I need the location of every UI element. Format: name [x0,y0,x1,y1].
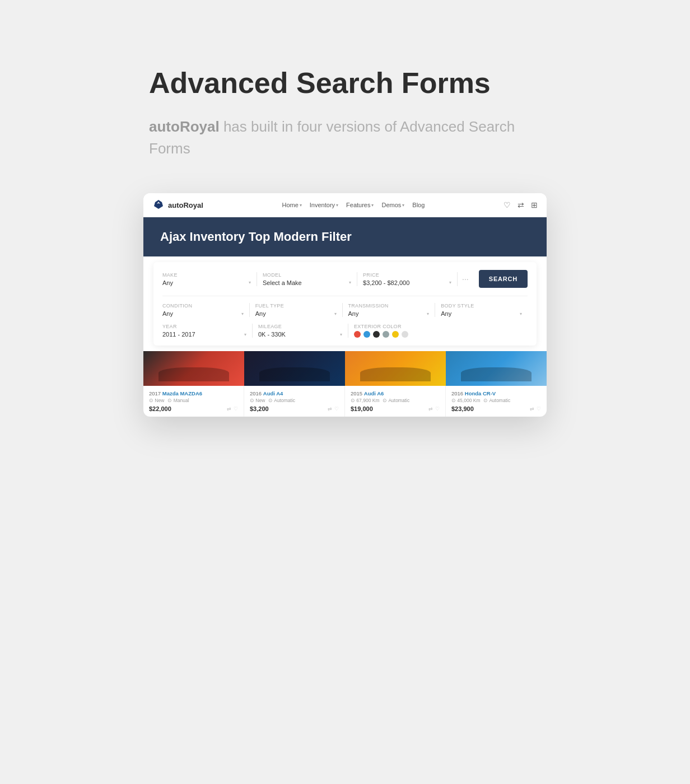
brand: autoRoyal [152,199,203,211]
mileage-value: 0K - 330K ▾ [258,331,342,338]
car-silhouette [461,367,532,381]
body-style-field[interactable]: Body Style Any ▾ [435,303,528,317]
car-price-4: $23,900 [451,405,474,412]
car-card-3: 2015 Audi A6 ⊙ 67,900 Km ⊙ Automatic $19… [345,351,446,417]
condition-selected: Any [162,310,173,317]
color-red[interactable] [354,331,361,338]
car-actions-4: ⇄ ♡ [530,406,541,412]
browser-chrome: autoRoyal Home ▾ Inventory ▾ Features ▾ … [143,193,547,217]
nav-inventory[interactable]: Inventory ▾ [310,202,338,208]
model-label: Model [263,272,351,278]
exterior-color-label: Exterior color [354,324,522,329]
car-image-4 [446,351,547,386]
color-silver[interactable] [402,331,408,338]
nav-home[interactable]: Home ▾ [282,202,301,208]
make-label: Make [162,272,251,278]
main-nav: Home ▾ Inventory ▾ Features ▾ Demos ▾ Bl… [282,202,425,208]
fuel-selected: Any [255,310,266,317]
condition-value: Any ▾ [162,310,244,317]
brand-name: autoRoyal [168,201,203,209]
nav-demos[interactable]: Demos ▾ [381,202,404,208]
car-card-1: 2017 Mazda MAZDA6 ⊙ New ⊙ Manual $22,000… [143,351,244,417]
color-gray[interactable] [383,331,389,338]
favorite-car-icon-1[interactable]: ♡ [234,406,238,412]
mileage-field[interactable]: Mileage 0K - 330K ▾ [253,324,348,338]
car-card-2: 2016 Audi A4 ⊙ New ⊙ Automatic $3,200 ⇄ … [244,351,345,417]
chevron-down-icon: ▾ [427,311,429,316]
body-style-selected: Any [441,310,451,317]
search-button[interactable]: SEARCH [479,270,528,288]
car-meta-1: ⊙ New ⊙ Manual [149,398,238,403]
condition-label: Condition [162,303,244,309]
browser-mockup: autoRoyal Home ▾ Inventory ▾ Features ▾ … [143,193,547,417]
car-year-make-4: 2016 Honda CR-V [451,390,541,396]
search-row-tertiary: Year 2011 - 2017 ▾ Mileage 0K - 330K ▾ E… [162,324,528,338]
search-row-primary: Make Any ▾ Model Select a Make ▾ Price $… [162,270,528,288]
transmission-label: Transmission [348,303,430,309]
car-link-2[interactable]: Audi A4 [263,390,283,396]
car-info-3: 2015 Audi A6 ⊙ 67,900 Km ⊙ Automatic $19… [345,386,446,417]
car-link-4[interactable]: Honda CR-V [465,390,496,396]
favorite-car-icon-4[interactable]: ♡ [537,406,541,412]
mileage-selected: 0K - 330K [258,331,286,338]
chevron-down-icon: ▾ [520,311,522,316]
svg-marker-0 [154,200,163,209]
make-selected: Any [162,279,173,286]
color-black[interactable] [373,331,380,338]
car-transmission-2: ⊙ Automatic [268,398,295,403]
favorite-car-icon-2[interactable]: ♡ [334,406,339,412]
car-link-3[interactable]: Audi A6 [364,390,384,396]
nav-blog[interactable]: Blog [412,202,425,208]
fuel-field[interactable]: Fuel type Any ▾ [250,303,343,317]
year-selected: 2011 - 2017 [162,331,195,338]
compare-car-icon-3[interactable]: ⇄ [428,406,433,412]
year-value: 2011 - 2017 ▾ [162,331,246,338]
compare-car-icon-2[interactable]: ⇄ [328,406,332,412]
price-field[interactable]: Price $3,200 - $82,000 ▾ [357,272,458,286]
exterior-color-field: Exterior color [348,324,528,338]
color-blue[interactable] [363,331,370,338]
chevron-down-icon: ▾ [300,203,302,208]
fuel-value: Any ▾ [255,310,337,317]
compare-car-icon-4[interactable]: ⇄ [530,406,534,412]
car-condition-1: ⊙ New [149,398,164,403]
chevron-down-icon: ▾ [241,311,244,316]
car-meta-4: ⊙ 45,000 Km ⊙ Automatic [451,398,541,403]
chevron-down-icon: ▾ [244,332,246,337]
color-swatches [354,331,522,338]
compare-car-icon-1[interactable]: ⇄ [227,406,231,412]
car-image-3 [345,351,446,386]
hero-title: Ajax Inventory Top Modern Filter [160,230,530,244]
car-silhouette [360,367,431,381]
compare-icon[interactable]: ⇄ [518,200,524,209]
year-field[interactable]: Year 2011 - 2017 ▾ [162,324,253,338]
car-price-row-2: $3,200 ⇄ ♡ [250,405,339,412]
car-transmission-1: ⊙ Manual [167,398,189,403]
page-title: Advanced Search Forms [149,67,541,99]
page-header: Advanced Search Forms autoRoyal has buil… [149,0,541,193]
transmission-field[interactable]: Transmission Any ▾ [343,303,436,317]
login-icon[interactable]: ⊞ [531,200,538,209]
body-style-value: Any ▾ [441,310,522,317]
make-field[interactable]: Make Any ▾ [162,272,257,286]
page-subtitle: autoRoyal has built in four versions of … [149,116,541,160]
chevron-down-icon: ▾ [334,311,337,316]
nav-features[interactable]: Features ▾ [346,202,374,208]
car-meta-3: ⊙ 67,900 Km ⊙ Automatic [351,398,440,403]
car-year-make-3: 2015 Audi A6 [351,390,440,396]
car-image-1 [143,351,244,386]
car-actions-1: ⇄ ♡ [227,406,238,412]
condition-field[interactable]: Condition Any ▾ [162,303,250,317]
car-link-1[interactable]: Mazda MAZDA6 [162,390,202,396]
favorite-car-icon-3[interactable]: ♡ [435,406,440,412]
heart-icon[interactable]: ♡ [503,200,511,209]
model-field[interactable]: Model Select a Make ▾ [257,272,357,286]
chevron-down-icon: ▾ [371,203,374,208]
car-image-2 [244,351,345,386]
color-yellow[interactable] [392,331,399,338]
cars-grid: 2017 Mazda MAZDA6 ⊙ New ⊙ Manual $22,000… [143,351,547,417]
car-meta-2: ⊙ New ⊙ Automatic [250,398,339,403]
transmission-value: Any ▾ [348,310,430,317]
car-info-1: 2017 Mazda MAZDA6 ⊙ New ⊙ Manual $22,000… [143,386,244,417]
more-options-icon[interactable]: ··· [462,274,469,283]
